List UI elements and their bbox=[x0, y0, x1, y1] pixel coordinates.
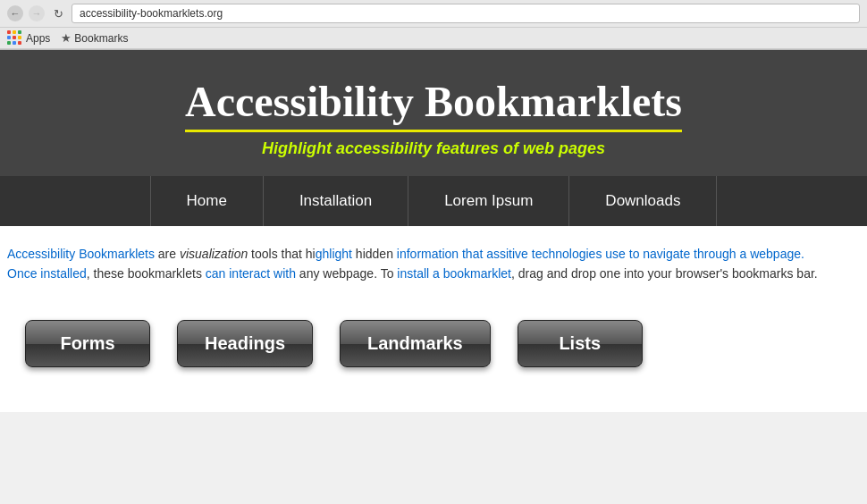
nav-item-lorem-ipsum[interactable]: Lorem Ipsum bbox=[408, 176, 569, 226]
site-subtitle: Highlight accessibility features of web … bbox=[0, 139, 867, 158]
intro-paragraph: Accessibility Bookmarklets are visualiza… bbox=[7, 244, 860, 284]
lists-bookmarklet[interactable]: Lists bbox=[518, 320, 643, 367]
bookmarks-bar: Apps ★ Bookmarks bbox=[0, 28, 867, 49]
apps-grid-icon bbox=[7, 30, 22, 46]
nav-item-home[interactable]: Home bbox=[150, 176, 264, 226]
star-icon: ★ bbox=[61, 31, 72, 45]
headings-bookmarklet[interactable]: Headings bbox=[177, 320, 313, 367]
nav-item-downloads[interactable]: Downloads bbox=[569, 176, 717, 226]
site-header: Accessibility Bookmarklets Highlight acc… bbox=[0, 50, 867, 176]
nav-item-installation[interactable]: Installation bbox=[264, 176, 408, 226]
page-content: Accessibility Bookmarklets Highlight acc… bbox=[0, 50, 867, 412]
browser-chrome: ← → ↻ Apps ★ Bookmarks bbox=[0, 0, 867, 50]
back-button[interactable]: ← bbox=[7, 5, 23, 21]
bookmarks-label: Bookmarks bbox=[74, 32, 128, 45]
bookmarklets-container: Forms Headings Landmarks Lists bbox=[7, 311, 860, 376]
footer-space bbox=[0, 394, 867, 412]
browser-toolbar: ← → ↻ bbox=[0, 0, 867, 28]
forward-button[interactable]: → bbox=[29, 5, 45, 21]
refresh-button[interactable]: ↻ bbox=[50, 5, 66, 21]
bookmarks-link[interactable]: ★ Bookmarks bbox=[61, 31, 128, 45]
apps-link[interactable]: Apps bbox=[7, 30, 50, 46]
landmarks-bookmarklet[interactable]: Landmarks bbox=[340, 320, 491, 367]
forms-bookmarklet[interactable]: Forms bbox=[25, 320, 150, 367]
address-bar[interactable] bbox=[72, 4, 860, 23]
apps-label: Apps bbox=[26, 32, 50, 45]
site-title: Accessibility Bookmarklets bbox=[185, 77, 682, 132]
site-nav: Home Installation Lorem Ipsum Downloads bbox=[0, 176, 867, 226]
main-content: Accessibility Bookmarklets are visualiza… bbox=[0, 226, 867, 394]
